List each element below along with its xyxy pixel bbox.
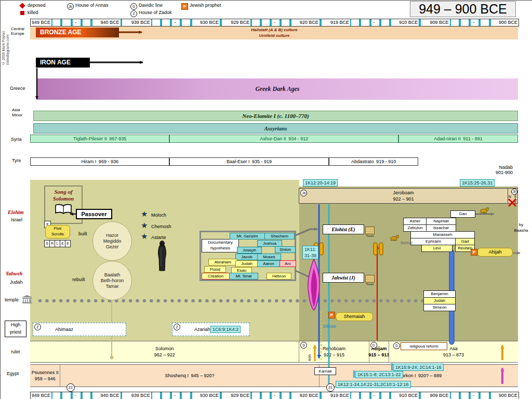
egypt-bars-psusennes-ii: Psusennes II959 – 946 bbox=[30, 365, 60, 387]
nadab-segment: Jb N 901-900 bbox=[508, 189, 517, 203]
doc-chip: Joseph bbox=[237, 247, 262, 254]
house-zadok-icon: Z bbox=[174, 324, 180, 330]
prophet-icon: P bbox=[471, 249, 477, 256]
nadab-label: Nadab901-900 bbox=[478, 165, 513, 175]
prophet-icon: P bbox=[328, 312, 335, 318]
legend-davidic-label: Davidic line bbox=[139, 3, 163, 8]
tribe-box-zebulun: Zebulun bbox=[403, 224, 427, 232]
year-label: - bbox=[273, 19, 276, 26]
tyre-bars-hiram-i: Hiram I 969 - 936 bbox=[30, 157, 169, 166]
bethel-label: Bethel bbox=[401, 241, 413, 245]
row-label-israel: Israel bbox=[11, 217, 22, 222]
bronze-age-box: BRONZE AGE bbox=[36, 28, 119, 37]
ref-rehoboam: 1K12:1-24,14:21-31;2C10:1-12:16 bbox=[336, 381, 411, 388]
timeline-scale-top: 949 BCE-940 BCE939 BCE-930 BCE929 BCE-92… bbox=[30, 19, 519, 26]
tyre-bars-abdastrato: Abdastrato 919 - 910 bbox=[329, 157, 418, 166]
house-jeroboam-icon: Jb bbox=[67, 3, 74, 10]
doc-chip: Aaron bbox=[257, 260, 280, 267]
greek-dark-ages-label: Greek Dark Ages bbox=[37, 85, 518, 93]
tribe-box-ephraim: Ephraim bbox=[410, 238, 456, 245]
ref-abijam: 1K15:1-8; 2C13:1-22 bbox=[355, 371, 403, 378]
star-icon: ★ bbox=[141, 221, 148, 230]
jahwist-box: Jahwist (J) bbox=[323, 273, 364, 283]
doc-chip: Mt. Sinai bbox=[229, 273, 258, 280]
golden-calf-icon bbox=[479, 207, 489, 214]
copyright-vertical: © 2006 Mark Poyserbiblediagrams.com bbox=[2, 3, 10, 65]
year-label: - bbox=[74, 392, 77, 399]
row-label-yahweh: Yahweh bbox=[6, 271, 22, 276]
temple-icon bbox=[21, 295, 33, 304]
elohist-box: Elohist (E) bbox=[323, 224, 364, 234]
torah-scroll-icon: Torah bbox=[364, 275, 376, 286]
davidic-line-icon: D bbox=[370, 342, 377, 349]
timeline-scale-bottom: 949 BCE-940 BCE939 BCE-930 BCE929 BCE-92… bbox=[30, 392, 519, 399]
year-label: 900 BCE bbox=[498, 392, 518, 399]
built-cities-circle: HazorMegiddoGezer bbox=[92, 221, 132, 261]
year-label: 900 BCE bbox=[498, 19, 518, 26]
legend: deposed killed Jb House of Annas D David… bbox=[16, 2, 245, 17]
ahijah-callout: Ahijah bbox=[477, 248, 513, 257]
tribe-box-judah: Judah bbox=[423, 297, 456, 304]
tribe-box-levi: Levi bbox=[421, 245, 453, 252]
year-label: - bbox=[373, 392, 376, 399]
year-label: 929 BCE bbox=[230, 19, 250, 26]
jeroboam-years: 922 – 901 bbox=[393, 196, 414, 202]
doc-chip: Judah bbox=[235, 260, 258, 267]
tyre-rulers-row: Hiram I 969 - 936Baal-Eser I 935 - 919Ab… bbox=[30, 157, 518, 166]
tribe-box-manasseh: Manasseh bbox=[410, 231, 475, 238]
year-label: 929 BCE bbox=[230, 392, 250, 399]
year-label: 940 BCE bbox=[99, 19, 120, 26]
ahimaaz-box: Ahimaaz bbox=[33, 323, 126, 336]
row-label-ruler: ruler bbox=[11, 349, 20, 354]
ref-jeroboam: 1K12:20-14:19 bbox=[303, 179, 338, 187]
documentary-hypothesis-label: Documentaryhypothesis bbox=[202, 239, 239, 252]
doc-chip: Creation bbox=[202, 273, 230, 280]
year-label: 909 BCE bbox=[429, 392, 450, 399]
prophet-icon: P bbox=[181, 3, 188, 10]
legend-prophet-label: Jewish prophet bbox=[190, 3, 221, 8]
idol-label-chemosh: Chemosh bbox=[151, 224, 171, 229]
year-label: 930 BCE bbox=[199, 392, 220, 399]
torah-scroll-icon: Torah bbox=[364, 227, 376, 237]
hallstatt-culture-label: Hallstatt (A & B) cultureUrnfield cultur… bbox=[160, 27, 389, 38]
nadab-initial: N bbox=[509, 195, 511, 198]
astarte-figurine bbox=[154, 241, 170, 273]
year-label: 909 BCE bbox=[429, 19, 450, 26]
passover-box: Passover bbox=[76, 209, 112, 219]
year-label: 920 BCE bbox=[299, 392, 320, 399]
karnak-box: Karnak bbox=[314, 367, 336, 375]
killed-icon bbox=[20, 11, 24, 15]
year-label: 920 BCE bbox=[299, 19, 320, 26]
doc-chip: Flood bbox=[204, 266, 226, 273]
five-scrolls-callout: FiveScrolls bbox=[45, 225, 70, 238]
doc-chip: Moses bbox=[257, 254, 281, 260]
scroll-letter-box: E bbox=[65, 240, 71, 247]
doc-chip: Jacob bbox=[235, 254, 258, 260]
tribe-box-issachar: Issachar bbox=[426, 224, 456, 232]
year-label: 949 BCE bbox=[31, 392, 51, 399]
tribe-box-gad: Gad bbox=[455, 238, 475, 245]
legend-deposed-label: deposed bbox=[28, 3, 46, 8]
star-icon: ★ bbox=[141, 232, 148, 241]
year-label: 949 BCE bbox=[31, 19, 51, 26]
row-label-temple: temple bbox=[5, 297, 19, 302]
year-label: - bbox=[472, 392, 475, 399]
egypt-bars-shoshenq-i: Shoshenq I 945 – 920? bbox=[60, 365, 318, 387]
year-label: 919 BCE bbox=[329, 19, 350, 26]
ref-nadab: 1K15:25-26,31 bbox=[460, 179, 495, 187]
year-label: 919 BCE bbox=[329, 392, 350, 399]
shemaiah-callout: Shemaiah bbox=[336, 312, 373, 321]
row-label-judah: Judah bbox=[10, 280, 23, 285]
doc-chip: Arc bbox=[280, 260, 296, 267]
book-icon bbox=[55, 204, 72, 215]
legend-killed-label: killed bbox=[28, 10, 38, 15]
deposed-icon bbox=[19, 3, 25, 8]
legend-house-annas-label: House of Annas bbox=[75, 3, 109, 8]
syria-bars-tiglath-pileser-ii: Tiglath-Pileser II 967-935 bbox=[30, 135, 169, 143]
assyrians-label: Assyrians bbox=[33, 125, 518, 131]
tribe-box-naphtali: Naphtali bbox=[426, 218, 456, 225]
dynasty-22-marker: 22 bbox=[66, 383, 75, 392]
tribe-box-asher: Asher bbox=[403, 218, 427, 225]
idol-label-astarte: Astarte bbox=[151, 235, 166, 240]
egypt-rulers-row: Psusennes II959 – 946Shoshenq I 945 – 92… bbox=[30, 365, 518, 387]
